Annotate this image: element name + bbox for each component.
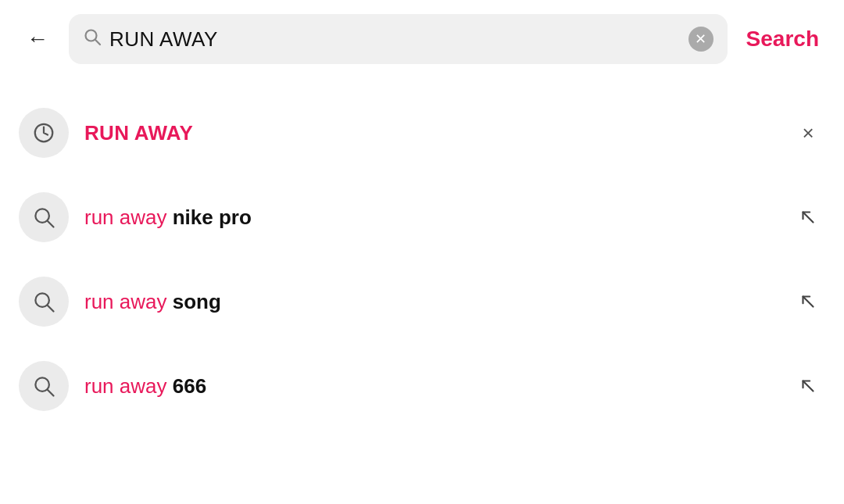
list-item[interactable]: run away 666 [0,344,844,428]
svg-line-10 [48,390,54,396]
search-input[interactable] [109,27,681,52]
svg-line-1 [95,40,100,45]
fill-search-button[interactable] [791,200,825,234]
svg-line-4 [48,221,54,227]
svg-line-8 [803,297,814,307]
result-highlight: run away [84,374,173,398]
search-icon [83,27,102,51]
list-item[interactable]: RUN AWAY × [0,91,844,175]
list-item[interactable]: run away song [0,259,844,344]
clear-icon: ✕ [695,32,706,46]
result-text: RUN AWAY [84,121,775,145]
svg-line-11 [803,381,814,391]
arrow-up-left-icon [798,376,818,396]
result-text: run away song [84,290,775,314]
svg-line-7 [48,306,54,312]
fill-search-button[interactable] [791,369,825,403]
result-highlight: run away [84,290,173,313]
search-results-list: RUN AWAY × run away nike pro [0,91,844,428]
list-item[interactable]: run away nike pro [0,175,844,259]
result-normal: 666 [173,374,206,398]
result-normal: nike pro [173,206,252,229]
result-normal: song [173,290,221,313]
remove-history-button[interactable]: × [791,116,825,150]
fill-search-button[interactable] [791,284,825,319]
result-highlight: RUN AWAY [84,121,193,145]
back-arrow-icon: ← [27,27,48,52]
clear-button[interactable]: ✕ [688,27,713,52]
clock-icon-circle [19,108,69,158]
svg-line-5 [803,213,814,223]
search-box: ✕ [69,14,728,64]
result-highlight: run away [84,206,173,229]
search-icon-circle [19,192,69,242]
search-submit-button[interactable]: Search [740,27,825,52]
search-icon-circle [19,277,69,327]
result-text: run away nike pro [84,206,775,230]
arrow-up-left-icon [798,207,818,227]
arrow-up-left-icon [798,291,818,312]
search-icon-circle [19,361,69,411]
back-button[interactable]: ← [19,20,56,58]
result-text: run away 666 [84,374,775,399]
close-icon: × [802,121,814,145]
search-header: ← ✕ Search [0,0,844,78]
